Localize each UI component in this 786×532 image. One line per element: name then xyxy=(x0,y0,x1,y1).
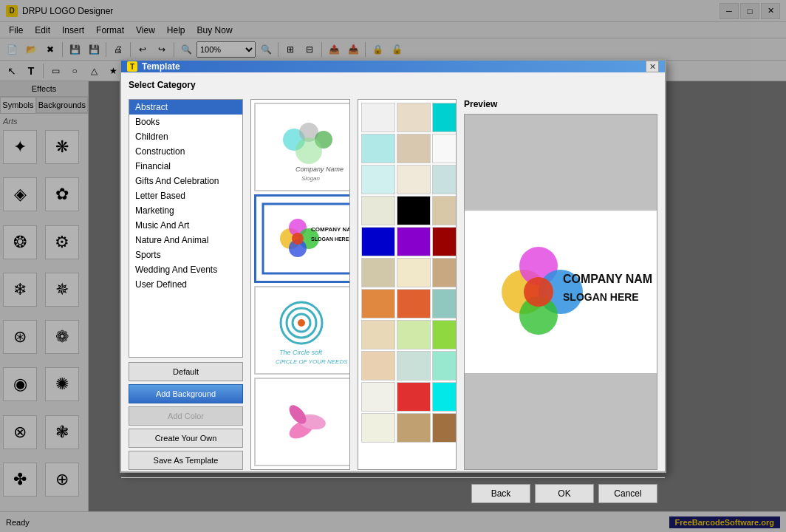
dialog-buttons: Default Add Background Add Color Create … xyxy=(129,362,243,470)
svg-text:CIRCLE OF YOUR NEEDS: CIRCLE OF YOUR NEEDS xyxy=(276,358,348,365)
color-swatch-32[interactable] xyxy=(432,413,457,443)
template-item-1[interactable]: Company Name Slogan xyxy=(254,103,349,191)
dialog-title-bar: T Template ✕ xyxy=(121,61,665,72)
category-user-defined[interactable]: User Defined xyxy=(129,277,242,292)
svg-text:SLOGAN HERE: SLOGAN HERE xyxy=(311,236,349,242)
back-button[interactable]: Back xyxy=(471,484,530,503)
dialog-close-button[interactable]: ✕ xyxy=(646,61,659,72)
template-item-3[interactable]: The Circle soft CIRCLE OF YOUR NEEDS xyxy=(254,286,349,375)
category-children[interactable]: Children xyxy=(129,129,242,144)
color-swatch-26[interactable] xyxy=(432,351,457,381)
add-background-button[interactable]: Add Background xyxy=(129,384,243,403)
color-swatch-25[interactable] xyxy=(397,351,431,381)
preview-canvas: COMPANY NAME SLOGAN HERE xyxy=(464,114,657,470)
cancel-button[interactable]: Cancel xyxy=(598,484,657,503)
svg-text:Slogan: Slogan xyxy=(301,175,320,182)
color-swatch-16[interactable] xyxy=(397,258,431,287)
color-swatch-11[interactable] xyxy=(432,196,457,225)
color-swatch-3[interactable] xyxy=(361,134,395,163)
color-swatch-2[interactable] xyxy=(432,103,457,132)
color-swatch-30[interactable] xyxy=(361,413,395,443)
preview-label: Preview xyxy=(464,99,657,109)
color-swatch-19[interactable] xyxy=(397,289,431,318)
select-category-label: Select Category xyxy=(129,80,657,90)
category-letter-based[interactable]: Letter Based xyxy=(129,188,242,203)
color-swatch-14[interactable] xyxy=(432,227,457,256)
color-swatches-section[interactable] xyxy=(358,99,457,470)
color-swatch-7[interactable] xyxy=(397,165,431,194)
add-color-button[interactable]: Add Color xyxy=(129,406,243,426)
category-wedding[interactable]: Wedding And Events xyxy=(129,262,242,277)
category-construction[interactable]: Construction xyxy=(129,144,242,159)
svg-text:COMPANY NAME: COMPANY NAME xyxy=(311,226,349,233)
category-nature[interactable]: Nature And Animal xyxy=(129,233,242,248)
dialog-title: Template xyxy=(142,61,646,72)
ok-button[interactable]: OK xyxy=(535,484,594,503)
svg-point-17 xyxy=(298,319,305,327)
default-button[interactable]: Default xyxy=(129,362,243,381)
template-item-2[interactable]: COMPANY NAME SLOGAN HERE xyxy=(254,194,349,283)
svg-point-11 xyxy=(292,233,304,245)
color-swatch-12[interactable] xyxy=(361,227,395,256)
color-swatch-23[interactable] xyxy=(432,320,457,349)
color-swatch-1[interactable] xyxy=(397,103,431,132)
svg-text:SLOGAN HERE: SLOGAN HERE xyxy=(563,291,639,303)
color-swatch-4[interactable] xyxy=(397,134,431,163)
color-swatch-18[interactable] xyxy=(361,289,395,318)
category-marketing[interactable]: Marketing xyxy=(129,203,242,218)
category-books[interactable]: Books xyxy=(129,115,242,129)
save-as-template-button[interactable]: Save As Template xyxy=(129,451,243,470)
dialog-content: Abstract Books Children Construction Fin… xyxy=(129,99,657,470)
category-list[interactable]: Abstract Books Children Construction Fin… xyxy=(129,99,243,358)
category-gifts[interactable]: Gifts And Celebration xyxy=(129,174,242,188)
color-swatch-8[interactable] xyxy=(432,165,457,194)
category-financial[interactable]: Financial xyxy=(129,159,242,174)
category-music[interactable]: Music And Art xyxy=(129,218,242,233)
modal-overlay: T Template ✕ Select Category Abstract Bo… xyxy=(0,0,786,532)
color-swatch-22[interactable] xyxy=(397,320,431,349)
template-grid: Company Name Slogan xyxy=(251,100,349,469)
template-dialog: T Template ✕ Select Category Abstract Bo… xyxy=(120,59,666,473)
svg-text:COMPANY NAME: COMPANY NAME xyxy=(563,273,653,285)
color-swatch-21[interactable] xyxy=(361,320,395,349)
template-grid-section[interactable]: Company Name Slogan xyxy=(250,99,349,470)
svg-point-3 xyxy=(295,137,322,164)
svg-text:Company Name: Company Name xyxy=(295,166,344,173)
preview-section: Preview COMPANY NAME xyxy=(464,99,657,470)
color-swatch-29[interactable] xyxy=(432,382,457,412)
color-swatch-13[interactable] xyxy=(397,227,431,256)
color-swatch-0[interactable] xyxy=(361,103,395,132)
preview-inner: COMPANY NAME SLOGAN HERE xyxy=(465,211,657,373)
dialog-icon: T xyxy=(127,61,137,72)
color-swatch-15[interactable] xyxy=(361,258,395,287)
color-swatch-17[interactable] xyxy=(432,258,457,287)
color-swatch-20[interactable] xyxy=(432,289,457,318)
color-swatch-24[interactable] xyxy=(361,351,395,381)
svg-point-27 xyxy=(524,277,553,307)
category-sports[interactable]: Sports xyxy=(129,248,242,262)
color-swatch-9[interactable] xyxy=(361,196,395,225)
svg-text:The Circle soft: The Circle soft xyxy=(279,349,323,356)
create-own-button[interactable]: Create Your Own xyxy=(129,429,243,448)
color-grid xyxy=(358,100,456,446)
color-swatch-10[interactable] xyxy=(397,196,431,225)
color-swatch-31[interactable] xyxy=(397,413,431,443)
color-swatch-27[interactable] xyxy=(361,382,395,412)
dialog-footer: Back OK Cancel xyxy=(121,477,665,509)
color-swatch-28[interactable] xyxy=(397,382,431,412)
template-item-4[interactable] xyxy=(254,378,349,466)
category-abstract[interactable]: Abstract xyxy=(129,100,242,115)
category-section: Abstract Books Children Construction Fin… xyxy=(129,99,243,470)
color-swatch-5[interactable] xyxy=(432,134,457,163)
color-swatch-6[interactable] xyxy=(361,165,395,194)
dialog-body: Select Category Abstract Books Children … xyxy=(121,72,665,477)
